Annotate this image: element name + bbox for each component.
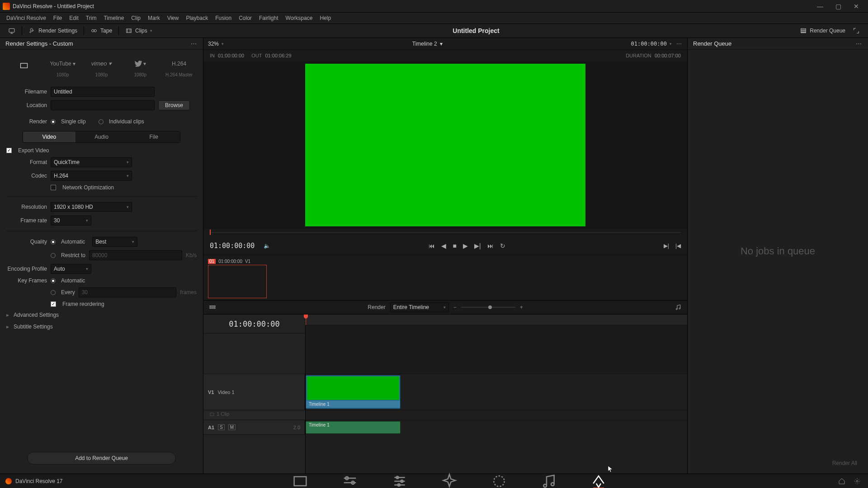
location-input[interactable] xyxy=(51,100,155,110)
menu-file[interactable]: File xyxy=(50,15,66,21)
add-to-queue-button[interactable]: Add to Render Queue xyxy=(27,452,176,465)
menu-workspace[interactable]: Workspace xyxy=(282,15,316,21)
timeline-playhead[interactable] xyxy=(306,314,306,325)
menu-timeline[interactable]: Timeline xyxy=(100,15,127,21)
zoom-select[interactable]: 32%▾ xyxy=(208,41,224,47)
step-fwd-button[interactable]: ▶| xyxy=(474,242,481,249)
browse-button[interactable]: Browse xyxy=(158,100,190,110)
panel-menu-button[interactable]: ⋯ xyxy=(191,40,198,47)
clips-button[interactable]: Clips▾ xyxy=(122,25,156,36)
tab-file[interactable]: File xyxy=(127,131,180,142)
preset-0[interactable] xyxy=(5,57,43,77)
transport-timecode[interactable]: 01:00:00:00 xyxy=(210,242,255,250)
render-all-button[interactable]: Render All xyxy=(692,457,863,469)
preset-4[interactable]: H.264H.264 Master xyxy=(160,55,198,80)
tape-button[interactable]: Tape xyxy=(87,25,116,36)
timeline-ruler[interactable] xyxy=(306,314,687,325)
render-queue-button[interactable]: Render Queue xyxy=(796,25,849,36)
resolution-select[interactable]: 868 x 488 HD▾ xyxy=(51,202,132,212)
menu-view[interactable]: View xyxy=(164,15,183,21)
quality-auto-radio[interactable] xyxy=(51,239,56,244)
minimize-button[interactable]: — xyxy=(811,0,829,13)
framerate-select[interactable]: 30▾ xyxy=(51,216,91,225)
timeline-timecode[interactable]: 01:00:00:00 xyxy=(203,314,305,333)
quality-best-select[interactable]: Best▾ xyxy=(92,237,137,247)
step-back-button[interactable]: ◀ xyxy=(441,242,446,249)
chevron-down-icon[interactable]: ▾ xyxy=(670,42,672,46)
menu-help[interactable]: Help xyxy=(316,15,335,21)
menu-color[interactable]: Color xyxy=(235,15,255,21)
zoom-slider[interactable] xyxy=(461,307,515,308)
kf-auto-radio[interactable] xyxy=(51,278,56,283)
preset-1[interactable]: YouTube ▾1080p xyxy=(43,55,82,80)
thumb-box[interactable] xyxy=(208,265,267,298)
viewer-timeline-name[interactable]: Timeline 2 xyxy=(412,41,437,47)
menu-trim[interactable]: Trim xyxy=(82,15,100,21)
viewer-menu-button[interactable]: ⋯ xyxy=(676,41,683,47)
audio-track-header[interactable]: A1 S M 2.0 xyxy=(203,420,305,434)
menu-davinci-resolve[interactable]: DaVinci Resolve xyxy=(3,15,50,21)
settings-button[interactable] xyxy=(854,478,861,485)
zoom-in-button[interactable]: + xyxy=(520,304,523,310)
render-settings-button[interactable]: Render Settings xyxy=(25,25,81,36)
timeline-view-icon[interactable] xyxy=(209,304,216,311)
page-edit[interactable] xyxy=(391,474,409,488)
restrict-radio[interactable] xyxy=(51,253,56,258)
page-cut[interactable] xyxy=(341,474,359,488)
tab-audio[interactable]: Audio xyxy=(75,131,128,142)
menu-fusion[interactable]: Fusion xyxy=(212,15,235,21)
page-fusion[interactable] xyxy=(440,474,458,488)
subtitle-settings-expander[interactable]: ▸Subtitle Settings xyxy=(0,321,203,333)
codec-select[interactable]: H.264▾ xyxy=(51,171,132,181)
preset-2[interactable]: vimeo ▾1080p xyxy=(82,55,121,80)
preset-3[interactable]: ▾1080p xyxy=(121,55,160,80)
close-button[interactable]: ✕ xyxy=(847,0,865,13)
kf-every-radio[interactable] xyxy=(51,290,56,295)
zoom-out-button[interactable]: − xyxy=(453,304,457,310)
netopt-checkbox[interactable] xyxy=(51,185,56,190)
page-fairlight[interactable] xyxy=(540,474,558,488)
format-select[interactable]: QuickTime▾ xyxy=(51,157,132,167)
first-frame-button[interactable]: ⏮ xyxy=(429,242,435,249)
stop-button[interactable]: ■ xyxy=(453,242,456,249)
maximize-button[interactable]: ▢ xyxy=(829,0,847,13)
playhead-icon[interactable] xyxy=(210,230,211,235)
next-clip-button[interactable]: ▶| xyxy=(664,243,669,249)
viewer[interactable] xyxy=(203,61,687,229)
last-frame-button[interactable]: ⏭ xyxy=(487,242,494,249)
tab-video[interactable]: Video xyxy=(23,131,75,142)
scrub-bar[interactable] xyxy=(210,229,681,237)
queue-menu-button[interactable]: ⋯ xyxy=(856,40,863,47)
music-icon[interactable] xyxy=(675,304,682,311)
quick-export-button[interactable] xyxy=(5,25,19,36)
filename-input[interactable] xyxy=(51,87,155,97)
menu-fairlight[interactable]: Fairlight xyxy=(255,15,282,21)
video-track-header[interactable]: V1 Video 1 xyxy=(203,374,305,410)
encprof-select[interactable]: Auto▾ xyxy=(51,264,91,274)
frame-reorder-checkbox[interactable] xyxy=(51,301,56,307)
page-color[interactable] xyxy=(490,474,508,488)
audio-clip[interactable]: Timeline 1 xyxy=(306,421,401,434)
page-media[interactable] xyxy=(291,474,309,488)
menu-mark[interactable]: Mark xyxy=(144,15,164,21)
page-deliver[interactable] xyxy=(590,474,608,488)
menu-clip[interactable]: Clip xyxy=(127,15,144,21)
video-clip[interactable]: Timeline 1 xyxy=(306,375,401,409)
loop-button[interactable]: ↻ xyxy=(500,242,505,249)
prev-clip-button[interactable]: |◀ xyxy=(675,243,681,249)
single-clip-radio[interactable] xyxy=(51,119,56,124)
mute-button[interactable]: M xyxy=(228,424,236,430)
advanced-settings-expander[interactable]: ▸Advanced Settings xyxy=(0,309,203,321)
menu-edit[interactable]: Edit xyxy=(66,15,82,21)
expand-button[interactable] xyxy=(849,25,863,36)
render-scope-select[interactable]: Entire Timeline▾ xyxy=(390,302,449,312)
individual-clips-radio[interactable] xyxy=(99,119,104,124)
volume-icon[interactable]: 🔈 xyxy=(264,243,270,249)
solo-button[interactable]: S xyxy=(218,424,225,430)
home-button[interactable] xyxy=(838,478,845,485)
export-video-checkbox[interactable] xyxy=(6,148,12,153)
menu-playback[interactable]: Playback xyxy=(182,15,212,21)
viewer-timecode[interactable]: 01:00:00:00 xyxy=(631,41,667,47)
play-button[interactable]: ▶ xyxy=(463,242,468,249)
chevron-down-icon[interactable]: ▾ xyxy=(440,41,443,47)
